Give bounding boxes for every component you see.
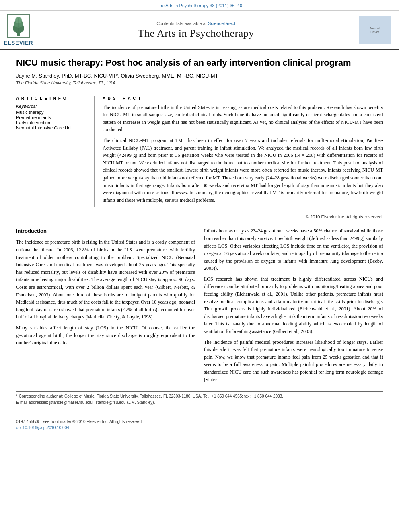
footer-area: 0197-4556/$ – see front matter © 2010 El… (16, 417, 383, 430)
body-left-column: Introduction The incidence of premature … (16, 227, 195, 386)
journal-title: The Arts in Psychotherapy (33, 27, 359, 39)
abstract-label: A B S T R A C T (103, 96, 383, 101)
journal-header: ELSEVIER Contents lists available at Sci… (0, 11, 399, 50)
elsevier-logo-area: ELSEVIER (4, 14, 33, 46)
body-right-paragraph-3: The incidence of painful medical procedu… (204, 339, 383, 384)
email-label: E-mail addresses: (16, 400, 48, 405)
email-addresses: jstandle@mailer.fsu.edu, jstandle@fsu.ed… (49, 400, 155, 405)
intro-paragraph-2: Many variables affect length of stay (LO… (16, 324, 195, 347)
introduction-heading: Introduction (16, 227, 195, 235)
contents-label: Contents lists available at (156, 21, 207, 26)
authors: Jayne M. Standley, PhD, MT-BC, NICU-MT*,… (16, 73, 383, 79)
keywords-list: Music therapy Premature infants Early in… (16, 110, 88, 130)
journal-reference-bar: The Arts in Psychotherapy 38 (2011) 36–4… (0, 0, 399, 11)
article-info-column: A R T I C L E I N F O Keywords: Music th… (16, 96, 95, 207)
journal-title-area: Contents lists available at ScienceDirec… (33, 21, 359, 39)
sciencedirect-link[interactable]: ScienceDirect (208, 21, 235, 26)
abstract-paragraph-2: The clinical NICU-MT program at TMH has … (103, 137, 383, 204)
journal-cover-image: JournalCover (359, 16, 391, 44)
keyword-4: Neonatal Intensive Care Unit (16, 125, 88, 130)
keyword-1: Music therapy (16, 110, 88, 115)
intro-paragraph-1: The incidence of premature birth is risi… (16, 238, 195, 321)
article-info-abstract: A R T I C L E I N F O Keywords: Music th… (16, 91, 383, 207)
copyright-line: © 2010 Elsevier Inc. All rights reserved… (16, 212, 383, 219)
email-line: E-mail addresses: jstandle@mailer.fsu.ed… (16, 400, 383, 405)
elsevier-brand-text: ELSEVIER (4, 40, 33, 46)
body-right-paragraph-2: LOS research has shown that treatment is… (204, 275, 383, 335)
issn-note: 0197-4556/$ – see front matter © 2010 El… (16, 419, 383, 424)
elsevier-tree-icon (6, 14, 31, 38)
keywords-label: Keywords: (16, 104, 88, 109)
footnote-area: * Corresponding author at: College of Mu… (16, 391, 383, 405)
journal-reference-link[interactable]: The Arts in Psychotherapy 38 (2011) 36–4… (157, 3, 242, 8)
sciencedirect-line: Contents lists available at ScienceDirec… (33, 21, 359, 26)
doi-note: doi:10.1016/j.aip.2010.10.004 (16, 425, 383, 430)
keyword-3: Early intervention (16, 120, 88, 125)
abstract-text: The incidence of premature births in the… (103, 104, 383, 204)
article-info-label: A R T I C L E I N F O (16, 96, 88, 101)
abstract-column: A B S T R A C T The incidence of prematu… (103, 96, 383, 207)
keyword-2: Premature infants (16, 115, 88, 120)
body-right-column: Infants born as early as 23–24 gestation… (204, 227, 383, 386)
abstract-paragraph-1: The incidence of premature births in the… (103, 104, 383, 134)
author-names: Jayne M. Standley, PhD, MT-BC, NICU-MT*,… (16, 73, 218, 79)
corresponding-author-note: * Corresponding author at: College of Mu… (16, 394, 383, 398)
body-two-col: Introduction The incidence of premature … (16, 227, 383, 386)
article-area: NICU music therapy: Post hoc analysis of… (0, 50, 399, 440)
body-right-paragraph-1: Infants born as early as 23–24 gestation… (204, 227, 383, 272)
article-title: NICU music therapy: Post hoc analysis of… (16, 57, 383, 69)
affiliation: The Florida State University, Tallahasse… (16, 80, 383, 85)
